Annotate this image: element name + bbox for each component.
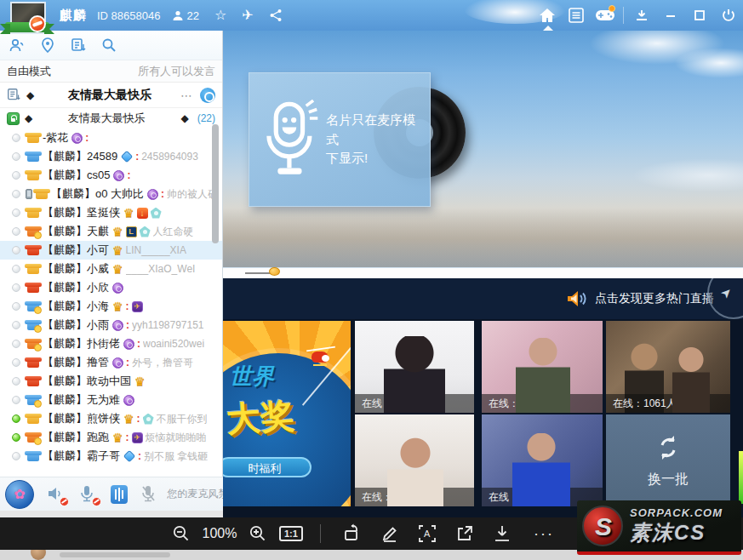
lol-badge-icon: L (126, 226, 137, 237)
member-row[interactable]: 【麒麟】扑街佬:woaini520wei (0, 334, 222, 353)
zoom-in-button[interactable] (243, 519, 272, 548)
speak-mode-label[interactable]: 自由模式 (7, 64, 51, 79)
member-shirt-icon (27, 432, 39, 443)
home-tab-button[interactable] (533, 0, 562, 31)
subchannel-row[interactable]: ◆ 友情最大最快乐 ◆ (22) (0, 108, 222, 129)
mic-muted-icon[interactable] (78, 484, 99, 505)
member-shirt-icon (27, 395, 39, 405)
corner-arrow-icon: ➤ (717, 283, 735, 302)
splitter-strip (223, 267, 743, 278)
member-row[interactable]: 【麒麟】小威♛____XIaO_WeI (0, 260, 222, 278)
purple-medal-icon (123, 339, 134, 350)
zoom-out-button[interactable] (167, 519, 196, 548)
discover-more-link[interactable]: 点击发现更多热门直播 (595, 291, 714, 306)
title-bar: 麒麟 ID 88658046 22 ☆ ✈ (0, 0, 743, 31)
member-name: 【麒麟】天麒 (43, 224, 109, 239)
member-row[interactable]: 【麒麟】撸管:外号，撸管哥 (0, 353, 222, 372)
badge-colon: : (126, 319, 129, 331)
badge-colon: : (135, 151, 139, 163)
member-note: woaini520wei (143, 338, 204, 350)
speaker-muted-icon[interactable] (46, 484, 66, 505)
member-row[interactable]: 【麒麟】敢动中国♛ (0, 372, 222, 391)
location-pin-icon[interactable] (37, 35, 58, 55)
promo-text2: 大奖 (225, 391, 296, 443)
member-row[interactable]: 【麒麟】小雨:yyh1198797151 (0, 316, 222, 334)
member-row[interactable]: -紫花: (0, 129, 222, 147)
card-line1: 名片只在麦序模式 (326, 111, 426, 149)
member-row[interactable]: 【麒麟】天麒♛L人红命硬 (0, 222, 222, 241)
member-row[interactable]: 【麒麟】24589:2458964093 (0, 147, 222, 166)
member-note: 外号，撸管哥 (132, 356, 193, 370)
maximize-button[interactable] (685, 0, 714, 31)
rotate-button[interactable] (338, 519, 367, 548)
channel-tree-icon[interactable] (7, 88, 21, 102)
favorite-star-icon[interactable]: ☆ (214, 9, 226, 22)
channel-id: ID 88658046 (97, 9, 160, 22)
member-name: 【麒麟】小雨 (43, 317, 109, 333)
live-stream-tile[interactable]: 在线：1974人 (482, 321, 603, 413)
flower-glyph: ✿ (14, 486, 25, 502)
offline-indicator (12, 227, 20, 236)
stage-backdrop: 名片只在麦序模式 下显示! (223, 31, 743, 267)
online-indicator (12, 433, 20, 442)
member-row[interactable]: 【麒麟】o0 大帅比:帅的被人砍 (0, 185, 222, 203)
self-avatar[interactable]: ✿ (5, 480, 34, 509)
ban-sign-icon (29, 15, 46, 32)
channel-title[interactable]: 友情最大最快乐 (39, 88, 180, 103)
more-options-button[interactable]: ··· (534, 525, 554, 543)
member-row[interactable]: 【麒麟】霸子哥:别不服 拿钱砸 (0, 447, 222, 466)
edit-pencil-button[interactable] (375, 519, 404, 548)
arrow-badge-icon: ↓ (137, 208, 148, 219)
ocr-text-button[interactable]: A (413, 519, 442, 548)
member-row[interactable]: 【麒麟】小欣 (0, 278, 222, 297)
member-list: -紫花:【麒麟】24589:2458964093【麒麟】cs05:【麒麟】o0 … (0, 129, 222, 477)
member-shirt-icon (27, 264, 39, 274)
actual-size-button[interactable]: 1:1 (279, 526, 303, 541)
member-row[interactable]: 【麒麟】小海♛:✈ (0, 297, 222, 316)
power-close-button[interactable] (714, 0, 743, 31)
scrollbar-thumb[interactable] (212, 124, 219, 243)
games-button[interactable] (591, 0, 620, 31)
live-stream-tile[interactable]: 在线：1061人 (606, 321, 730, 413)
download-button[interactable] (488, 519, 517, 548)
search-icon[interactable] (99, 35, 119, 55)
member-row[interactable]: 【麒麟】坚挺侠♛↓ (0, 203, 222, 222)
mixer-settings-icon[interactable] (111, 485, 128, 504)
member-shirt-icon (27, 320, 39, 330)
live-stream-tile[interactable]: 在线：1887人 (355, 414, 474, 506)
member-row[interactable]: 【麒麟】无为难 (0, 391, 222, 409)
corner-nav-widget[interactable]: ➤ (707, 278, 743, 319)
contacts-icon[interactable] (7, 35, 27, 55)
fly-ticket-icon[interactable]: ✈ (242, 9, 253, 22)
minimize-button[interactable] (656, 0, 685, 31)
member-name: 【麒麟】o0 大帅比 (51, 186, 144, 202)
app-window: 麒麟 ID 88658046 22 ☆ ✈ (0, 0, 743, 560)
list-sort-icon[interactable] (68, 35, 89, 55)
member-row[interactable]: 【麒麟】跑跑♛:✈烦恼就啪啪啪 (0, 428, 222, 447)
channel-list-button[interactable] (562, 0, 591, 31)
refresh-batch-button[interactable]: 换一批 (606, 414, 730, 506)
mini-slider-knob[interactable] (269, 267, 280, 276)
member-note: ____XIaO_WeI (126, 263, 196, 275)
member-name: 【麒麟】小海 (43, 299, 109, 314)
crown-badge-icon: ♛ (134, 374, 146, 388)
share-icon[interactable] (269, 9, 283, 22)
channel-more-button[interactable]: ⋯ (180, 89, 193, 102)
member-name: 【麒麟】小可 (43, 243, 109, 258)
zoom-level-value[interactable]: 100% (201, 526, 238, 541)
member-name: 【麒麟】无为难 (43, 392, 120, 408)
member-row[interactable]: 【麒麟】cs05: (0, 166, 222, 185)
member-row[interactable]: 【麒麟】煎饼侠♛:不服干你到 (0, 409, 222, 428)
badge-colon: : (137, 413, 140, 425)
member-shirt-icon (27, 376, 39, 386)
member-row[interactable]: 【麒麟】小可♛LIN_____XIA (0, 241, 222, 260)
promo-banner-tile[interactable]: 世界 大奖 时福利 (223, 321, 351, 506)
person-icon (172, 9, 184, 21)
minimize-to-tray-button[interactable] (627, 0, 656, 31)
share-export-button[interactable] (450, 519, 479, 548)
channel-avatar[interactable] (7, 2, 48, 37)
permission-label: 所有人可以发言 (138, 64, 215, 79)
live-stream-tile[interactable]: 在线：7564人 (482, 414, 603, 506)
live-stream-tile[interactable]: 在线：571人 (355, 321, 474, 413)
member-scrollbar[interactable] (212, 77, 219, 472)
